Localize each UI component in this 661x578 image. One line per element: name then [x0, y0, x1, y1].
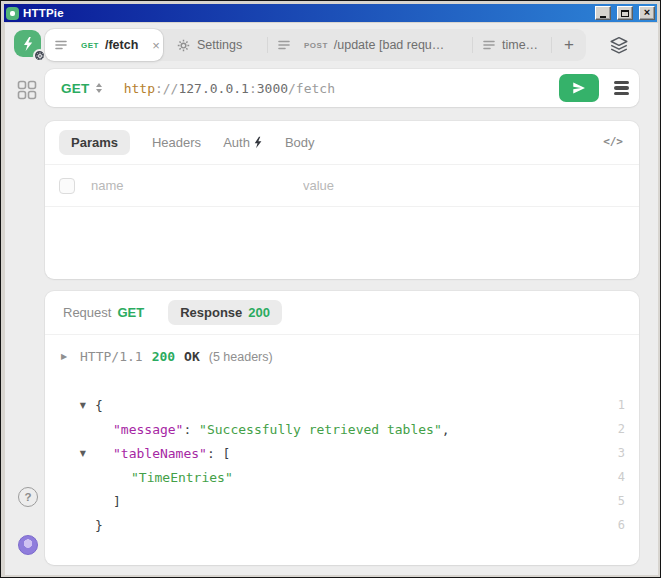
tab-headers[interactable]: Headers — [152, 135, 201, 150]
maximize-icon — [621, 10, 629, 17]
gear-icon — [177, 39, 190, 52]
url-port-separator: : — [249, 81, 257, 96]
response-tab-label: Response — [180, 305, 242, 320]
tab-settings[interactable]: Settings — [163, 29, 267, 61]
account-avatar[interactable] — [18, 535, 38, 555]
app-icon — [6, 7, 19, 20]
url-port: 3000 — [257, 81, 288, 96]
layers-icon — [608, 34, 630, 56]
httpie-logo[interactable] — [14, 30, 43, 59]
stack-icon — [614, 79, 629, 98]
json-line: "TimeEntries" 4 — [61, 465, 625, 489]
help-icon: ? — [24, 491, 31, 503]
tab-strip: GET /fetch × Settings — [45, 29, 586, 61]
tab-body[interactable]: Body — [285, 135, 315, 150]
json-brace: { — [95, 398, 103, 413]
fold-icon[interactable]: ▼ — [61, 449, 95, 458]
json-line: ▼ { 1 — [61, 393, 625, 417]
grid-icon — [17, 80, 37, 100]
json-string: "TimeEntries" — [131, 470, 233, 485]
maximize-button[interactable] — [617, 6, 633, 20]
minimize-button[interactable] — [595, 6, 611, 20]
line-number: 1 — [607, 398, 625, 412]
help-button[interactable]: ? — [18, 487, 38, 507]
json-key: "message" — [113, 422, 183, 437]
tab-request[interactable]: Request GET — [63, 305, 144, 320]
lightning-icon — [253, 136, 263, 149]
tab-auth[interactable]: Auth — [223, 135, 263, 150]
tab-method-label: POST — [304, 41, 328, 50]
request-panel: Params Headers Auth Body </> — [45, 121, 639, 279]
response-panel-tabs: Request GET Response 200 — [45, 291, 639, 335]
param-row — [45, 165, 639, 207]
tab-time[interactable]: time… — [473, 29, 551, 61]
chevron-updown-icon — [96, 83, 102, 93]
request-lines-icon — [483, 39, 495, 51]
line-number: 5 — [607, 494, 625, 508]
tab-params[interactable]: Params — [59, 130, 130, 155]
fold-icon[interactable]: ▼ — [61, 401, 95, 410]
workspace-grid-button[interactable] — [17, 80, 39, 102]
status-reason: OK — [184, 349, 200, 364]
line-number: 3 — [607, 446, 625, 460]
status-code: 200 — [152, 349, 175, 364]
json-colon: : — [207, 446, 223, 461]
line-number: 2 — [607, 422, 625, 436]
code-view-button[interactable]: </> — [603, 135, 623, 148]
bolt-logo-icon — [21, 36, 35, 52]
tab-method-label: GET — [81, 41, 99, 50]
tab-label: /fetch — [105, 38, 138, 52]
response-body-json: ▼ { 1 "message": "Successfully retrieved… — [61, 393, 625, 537]
close-button[interactable]: × — [639, 6, 655, 20]
send-button[interactable] — [559, 74, 599, 102]
json-comma: , — [442, 422, 450, 437]
json-line: ▼ "tableNames": [ 3 — [61, 441, 625, 465]
tab-label: time… — [502, 38, 538, 52]
tab-response[interactable]: Response 200 — [168, 300, 282, 325]
json-line: } 6 — [61, 513, 625, 537]
json-line: "message": "Successfully retrieved table… — [61, 417, 625, 441]
minimize-icon — [600, 16, 606, 18]
param-checkbox[interactable] — [59, 178, 75, 194]
method-select[interactable]: GET — [61, 81, 102, 96]
request-tab-label: Request — [63, 305, 111, 320]
url-input[interactable]: http://127.0.0.1:3000/fetch — [124, 81, 335, 96]
response-tab-status: 200 — [248, 305, 270, 320]
url-path: /fetch — [288, 81, 335, 96]
expand-icon[interactable]: ▶ — [61, 352, 71, 361]
url-host: 127.0.0.1 — [178, 81, 248, 96]
titlebar[interactable]: HTTPie × — [4, 4, 657, 22]
param-name-input[interactable] — [91, 178, 303, 193]
tab-label: Settings — [197, 38, 242, 52]
json-bracket: ] — [113, 494, 121, 509]
tab-post-update[interactable]: POST /update [bad requ… — [268, 29, 472, 61]
protocol: HTTP/1.1 — [80, 349, 143, 364]
json-string: "Successfully retrieved tables" — [199, 422, 442, 437]
window-title: HTTPie — [23, 7, 589, 19]
line-number: 6 — [607, 518, 625, 532]
json-brace: } — [95, 518, 103, 533]
new-tab-button[interactable]: + — [552, 29, 586, 61]
tab-auth-label: Auth — [223, 135, 250, 150]
close-icon: × — [644, 7, 650, 18]
tab-close-icon[interactable]: × — [152, 39, 160, 52]
tab-get-fetch[interactable]: GET /fetch × — [45, 29, 163, 61]
url-bar: GET http://127.0.0.1:3000/fetch — [45, 69, 639, 107]
request-lines-icon — [278, 39, 290, 51]
request-lines-icon — [55, 39, 67, 51]
response-panel: Request GET Response 200 ▶ HTTP/1.1 200 … — [45, 291, 639, 565]
json-key: "tableNames" — [113, 446, 207, 461]
request-tab-method: GET — [117, 305, 144, 320]
url-scheme-separator: :// — [155, 81, 178, 96]
param-value-input[interactable] — [303, 178, 625, 193]
json-line: ] 5 — [61, 489, 625, 513]
json-bracket: [ — [223, 446, 231, 461]
url-scheme: http — [124, 81, 155, 96]
json-colon: : — [183, 422, 199, 437]
layers-button[interactable] — [606, 32, 632, 58]
headers-count: (5 headers) — [209, 350, 273, 364]
tab-label: /update [bad requ… — [334, 38, 445, 52]
response-status-line[interactable]: ▶ HTTP/1.1 200 OK (5 headers) — [61, 349, 273, 364]
saved-requests-button[interactable] — [611, 77, 631, 99]
line-number: 4 — [607, 470, 625, 484]
